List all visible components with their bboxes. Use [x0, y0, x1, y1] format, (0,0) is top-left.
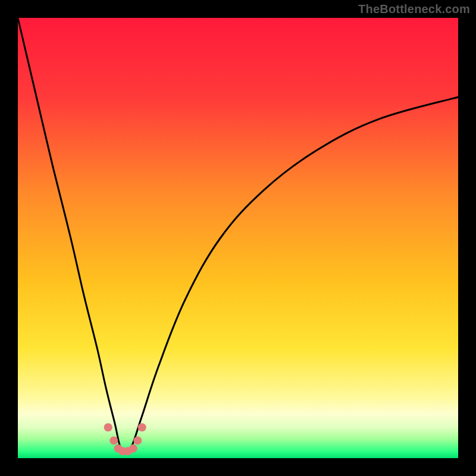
bead-marker	[109, 436, 118, 444]
bottleneck-chart	[0, 0, 476, 476]
bead-marker	[138, 423, 146, 431]
bead-marker	[133, 436, 142, 444]
plot-background	[18, 18, 458, 458]
bead-marker	[129, 444, 137, 453]
chart-container: { "watermark": "TheBottleneck.com", "fra…	[0, 0, 476, 476]
watermark-text: TheBottleneck.com	[358, 2, 470, 16]
bead-marker	[104, 423, 112, 431]
